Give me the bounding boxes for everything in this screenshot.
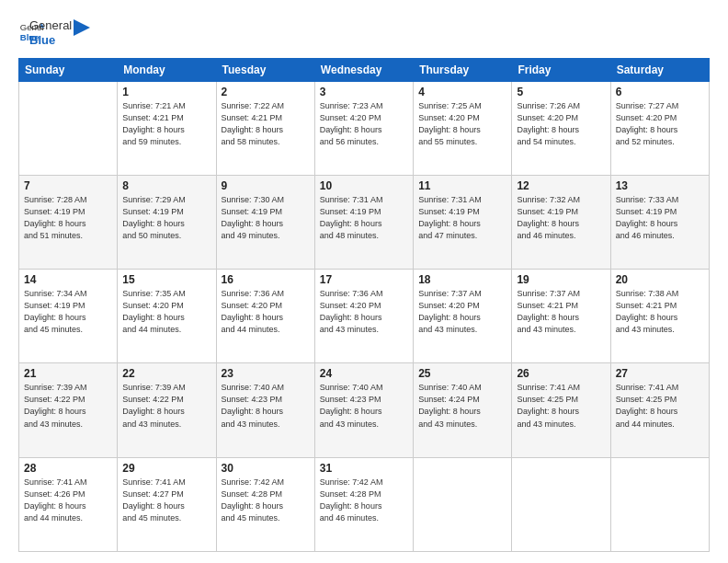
calendar-cell: 10Sunrise: 7:31 AMSunset: 4:19 PMDayligh… bbox=[314, 175, 413, 269]
day-number: 7 bbox=[24, 179, 112, 192]
day-number: 26 bbox=[517, 367, 605, 380]
calendar-cell: 28Sunrise: 7:41 AMSunset: 4:26 PMDayligh… bbox=[19, 457, 118, 551]
day-number: 4 bbox=[418, 86, 506, 98]
day-info: Sunrise: 7:40 AMSunset: 4:24 PMDaylight:… bbox=[418, 382, 506, 430]
calendar-cell: 22Sunrise: 7:39 AMSunset: 4:22 PMDayligh… bbox=[118, 363, 216, 457]
calendar-cell: 30Sunrise: 7:42 AMSunset: 4:28 PMDayligh… bbox=[216, 457, 314, 551]
calendar-cell: 27Sunrise: 7:41 AMSunset: 4:25 PMDayligh… bbox=[610, 363, 709, 457]
day-info: Sunrise: 7:25 AMSunset: 4:20 PMDaylight:… bbox=[418, 100, 506, 148]
calendar-cell: 1Sunrise: 7:21 AMSunset: 4:21 PMDaylight… bbox=[118, 81, 216, 175]
calendar-cell: 7Sunrise: 7:28 AMSunset: 4:19 PMDaylight… bbox=[19, 175, 118, 269]
calendar-cell: 2Sunrise: 7:22 AMSunset: 4:21 PMDaylight… bbox=[216, 81, 314, 175]
day-number: 10 bbox=[320, 179, 408, 192]
calendar-cell: 18Sunrise: 7:37 AMSunset: 4:20 PMDayligh… bbox=[414, 270, 512, 363]
day-number: 1 bbox=[122, 86, 210, 98]
day-number: 27 bbox=[616, 367, 704, 380]
day-number: 13 bbox=[616, 179, 704, 192]
logo-blue: Blue bbox=[29, 33, 72, 48]
calendar-cell: 6Sunrise: 7:27 AMSunset: 4:20 PMDaylight… bbox=[610, 81, 709, 175]
day-info: Sunrise: 7:41 AMSunset: 4:25 PMDaylight:… bbox=[616, 382, 704, 430]
weekday-header: Friday bbox=[512, 58, 610, 81]
calendar-cell: 19Sunrise: 7:37 AMSunset: 4:21 PMDayligh… bbox=[512, 270, 610, 363]
day-info: Sunrise: 7:22 AMSunset: 4:21 PMDaylight:… bbox=[222, 100, 310, 148]
day-number: 21 bbox=[24, 367, 112, 380]
day-info: Sunrise: 7:40 AMSunset: 4:23 PMDaylight:… bbox=[222, 382, 310, 430]
day-number: 3 bbox=[320, 86, 408, 98]
calendar-cell: 5Sunrise: 7:26 AMSunset: 4:20 PMDaylight… bbox=[512, 81, 610, 175]
day-info: Sunrise: 7:21 AMSunset: 4:21 PMDaylight:… bbox=[122, 100, 210, 148]
day-number: 6 bbox=[616, 86, 704, 98]
day-number: 17 bbox=[320, 273, 408, 286]
day-info: Sunrise: 7:34 AMSunset: 4:19 PMDaylight:… bbox=[24, 288, 112, 336]
day-info: Sunrise: 7:39 AMSunset: 4:22 PMDaylight:… bbox=[24, 382, 112, 430]
calendar-cell: 4Sunrise: 7:25 AMSunset: 4:20 PMDaylight… bbox=[414, 81, 512, 175]
calendar-cell: 17Sunrise: 7:36 AMSunset: 4:20 PMDayligh… bbox=[314, 270, 413, 363]
calendar-cell bbox=[19, 81, 118, 175]
page: General Blue General Blue SundayMondayTu… bbox=[0, 0, 728, 563]
day-number: 11 bbox=[418, 179, 506, 192]
calendar-cell: 31Sunrise: 7:42 AMSunset: 4:28 PMDayligh… bbox=[314, 457, 413, 551]
calendar-week-row: 21Sunrise: 7:39 AMSunset: 4:22 PMDayligh… bbox=[19, 363, 710, 457]
day-info: Sunrise: 7:27 AMSunset: 4:20 PMDaylight:… bbox=[616, 100, 704, 148]
day-info: Sunrise: 7:36 AMSunset: 4:20 PMDaylight:… bbox=[320, 288, 408, 336]
weekday-header: Thursday bbox=[414, 58, 512, 81]
calendar-cell: 23Sunrise: 7:40 AMSunset: 4:23 PMDayligh… bbox=[216, 363, 314, 457]
svg-marker-3 bbox=[74, 19, 90, 36]
calendar-cell: 20Sunrise: 7:38 AMSunset: 4:21 PMDayligh… bbox=[610, 270, 709, 363]
day-number: 25 bbox=[418, 367, 506, 380]
calendar-week-row: 7Sunrise: 7:28 AMSunset: 4:19 PMDaylight… bbox=[19, 175, 710, 269]
day-info: Sunrise: 7:38 AMSunset: 4:21 PMDaylight:… bbox=[616, 288, 704, 336]
day-info: Sunrise: 7:36 AMSunset: 4:20 PMDaylight:… bbox=[222, 288, 310, 336]
day-info: Sunrise: 7:41 AMSunset: 4:25 PMDaylight:… bbox=[517, 382, 605, 430]
weekday-header: Saturday bbox=[610, 58, 709, 81]
day-number: 9 bbox=[222, 179, 310, 192]
day-number: 23 bbox=[222, 367, 310, 380]
day-info: Sunrise: 7:31 AMSunset: 4:19 PMDaylight:… bbox=[418, 194, 506, 242]
weekday-header: Monday bbox=[118, 58, 216, 81]
day-number: 5 bbox=[517, 86, 605, 98]
day-number: 31 bbox=[320, 462, 408, 475]
day-number: 20 bbox=[616, 273, 704, 286]
day-number: 12 bbox=[517, 179, 605, 192]
day-info: Sunrise: 7:35 AMSunset: 4:20 PMDaylight:… bbox=[122, 288, 210, 336]
calendar-cell bbox=[414, 457, 512, 551]
calendar-cell: 15Sunrise: 7:35 AMSunset: 4:20 PMDayligh… bbox=[118, 270, 216, 363]
day-number: 18 bbox=[418, 273, 506, 286]
day-info: Sunrise: 7:37 AMSunset: 4:20 PMDaylight:… bbox=[418, 288, 506, 336]
calendar-cell: 14Sunrise: 7:34 AMSunset: 4:19 PMDayligh… bbox=[19, 270, 118, 363]
day-number: 14 bbox=[24, 273, 112, 286]
day-number: 15 bbox=[122, 273, 210, 286]
calendar-week-row: 1Sunrise: 7:21 AMSunset: 4:21 PMDaylight… bbox=[19, 81, 710, 175]
day-info: Sunrise: 7:29 AMSunset: 4:19 PMDaylight:… bbox=[122, 194, 210, 242]
day-info: Sunrise: 7:41 AMSunset: 4:27 PMDaylight:… bbox=[122, 477, 210, 524]
calendar-cell: 26Sunrise: 7:41 AMSunset: 4:25 PMDayligh… bbox=[512, 363, 610, 457]
day-info: Sunrise: 7:26 AMSunset: 4:20 PMDaylight:… bbox=[517, 100, 605, 148]
day-number: 22 bbox=[122, 367, 210, 380]
calendar-cell: 9Sunrise: 7:30 AMSunset: 4:19 PMDaylight… bbox=[216, 175, 314, 269]
day-info: Sunrise: 7:42 AMSunset: 4:28 PMDaylight:… bbox=[320, 477, 408, 524]
weekday-header: Wednesday bbox=[314, 58, 413, 81]
weekday-header: Tuesday bbox=[216, 58, 314, 81]
day-info: Sunrise: 7:37 AMSunset: 4:21 PMDaylight:… bbox=[517, 288, 605, 336]
calendar-cell: 24Sunrise: 7:40 AMSunset: 4:23 PMDayligh… bbox=[314, 363, 413, 457]
day-number: 29 bbox=[122, 462, 210, 475]
calendar-cell bbox=[610, 457, 709, 551]
day-number: 19 bbox=[517, 273, 605, 286]
calendar-cell: 16Sunrise: 7:36 AMSunset: 4:20 PMDayligh… bbox=[216, 270, 314, 363]
day-info: Sunrise: 7:30 AMSunset: 4:19 PMDaylight:… bbox=[222, 194, 310, 242]
calendar-cell: 3Sunrise: 7:23 AMSunset: 4:20 PMDaylight… bbox=[314, 81, 413, 175]
logo-general: General bbox=[29, 18, 72, 33]
day-info: Sunrise: 7:28 AMSunset: 4:19 PMDaylight:… bbox=[24, 194, 112, 242]
day-info: Sunrise: 7:42 AMSunset: 4:28 PMDaylight:… bbox=[222, 477, 310, 524]
day-info: Sunrise: 7:31 AMSunset: 4:19 PMDaylight:… bbox=[320, 194, 408, 242]
calendar-cell: 21Sunrise: 7:39 AMSunset: 4:22 PMDayligh… bbox=[19, 363, 118, 457]
calendar-cell: 13Sunrise: 7:33 AMSunset: 4:19 PMDayligh… bbox=[610, 175, 709, 269]
logo-arrow-icon bbox=[74, 19, 90, 36]
calendar-week-row: 28Sunrise: 7:41 AMSunset: 4:26 PMDayligh… bbox=[19, 457, 710, 551]
day-info: Sunrise: 7:41 AMSunset: 4:26 PMDaylight:… bbox=[24, 477, 112, 524]
calendar-cell: 25Sunrise: 7:40 AMSunset: 4:24 PMDayligh… bbox=[414, 363, 512, 457]
day-info: Sunrise: 7:39 AMSunset: 4:22 PMDaylight:… bbox=[122, 382, 210, 430]
day-info: Sunrise: 7:40 AMSunset: 4:23 PMDaylight:… bbox=[320, 382, 408, 430]
day-number: 8 bbox=[122, 179, 210, 192]
calendar-cell bbox=[512, 457, 610, 551]
